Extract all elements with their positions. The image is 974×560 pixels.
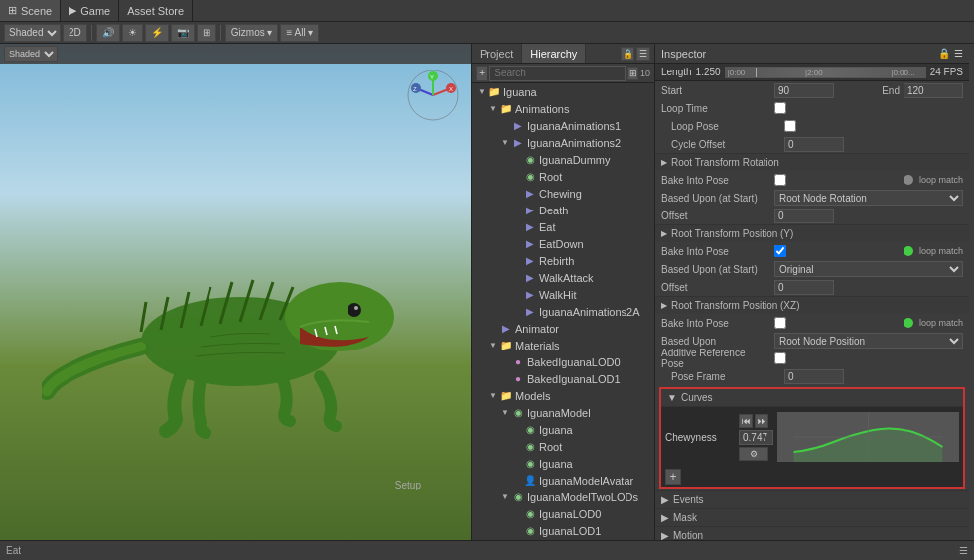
events-section[interactable]: ▶ Events xyxy=(655,490,969,508)
bake-xz-checkbox[interactable] xyxy=(774,317,786,329)
bake-y-label: Bake Into Pose xyxy=(661,246,770,257)
pose-frame-row: Pose Frame xyxy=(655,367,969,385)
curve-value-input[interactable] xyxy=(739,430,773,445)
curve-settings-btn[interactable]: ⚙ xyxy=(739,447,768,461)
all-btn[interactable]: ≡ All ▾ xyxy=(280,24,319,42)
tree-item[interactable]: ●BakedIguanaLOD0 xyxy=(472,353,654,370)
curve-prev-btn[interactable]: ⏮ xyxy=(739,414,753,428)
main-content: Shaded X Z Y xyxy=(0,44,974,540)
curve-graph[interactable] xyxy=(777,412,959,462)
tree-item[interactable]: ▼▶IguanaAnimations2 xyxy=(472,134,654,151)
tree-view[interactable]: ▼📁Iguana▼📁Animations▶IguanaAnimations1▼▶… xyxy=(472,83,654,540)
tree-item[interactable]: ◉IguanaLOD0 xyxy=(472,505,654,522)
tree-item-label: Animations xyxy=(515,103,569,115)
tree-item[interactable]: ◉IguanaDummy xyxy=(472,151,654,168)
hierarchy-lock-btn[interactable]: 🔒 xyxy=(621,47,634,61)
pose-frame-input[interactable] xyxy=(784,369,844,384)
root-pos-y-label: Root Transform Position (Y) xyxy=(671,228,793,239)
tree-item[interactable]: ▶EatDown xyxy=(472,235,654,252)
camera-btn[interactable]: 📷 xyxy=(171,24,195,42)
scene-view[interactable]: Shaded X Z Y xyxy=(0,44,471,540)
hierarchy-menu-btn[interactable]: ☰ xyxy=(636,47,650,61)
tree-item[interactable]: ▼📁Animations xyxy=(472,100,654,117)
tab-hierarchy[interactable]: Hierarchy xyxy=(522,44,586,63)
bake-y-checkbox[interactable] xyxy=(774,245,786,257)
tree-item[interactable]: ◉Iguana xyxy=(472,455,654,472)
tree-item[interactable]: ▶Death xyxy=(472,202,654,218)
tree-arrow xyxy=(511,525,523,537)
tree-item-icon: ▶ xyxy=(523,237,537,251)
tree-item[interactable]: ▼📁Materials xyxy=(472,337,654,353)
offset-rot-row: Offset xyxy=(655,207,969,224)
grid-btn[interactable]: ⊞ xyxy=(197,24,216,42)
tree-item-icon: ◉ xyxy=(523,524,537,538)
fx-btn[interactable]: ⚡ xyxy=(145,24,169,42)
hierarchy-count: 10 xyxy=(640,69,650,78)
toolbar-sep-1 xyxy=(91,25,92,41)
cycle-offset-input[interactable] xyxy=(784,137,844,152)
scene-shading-select[interactable]: Shaded xyxy=(4,46,58,62)
inspector-lock-btn[interactable]: 🔒 xyxy=(938,48,950,59)
loop-time-checkbox[interactable] xyxy=(774,102,786,114)
tree-item[interactable]: ▶Rebirth xyxy=(472,252,654,269)
inspector-menu-btn[interactable]: ☰ xyxy=(954,48,963,59)
audio-btn[interactable]: 🔊 xyxy=(96,24,120,42)
curve-name: Chewyness xyxy=(665,432,735,443)
tree-item[interactable]: ●BakedIguanaLOD1 xyxy=(472,370,654,387)
based-upon-y-select[interactable]: Original xyxy=(774,261,963,277)
shading-select[interactable]: Shaded xyxy=(4,24,61,42)
bake-rot-row: Bake Into Pose loop match xyxy=(655,171,969,189)
offset-y-input[interactable] xyxy=(774,280,834,295)
hierarchy-search-input[interactable] xyxy=(489,66,626,81)
tree-item-icon: 📁 xyxy=(499,102,513,116)
tree-item[interactable]: ◉IguanaLOD1 xyxy=(472,522,654,539)
tree-item[interactable]: ▶IguanaAnimations1 xyxy=(472,117,654,134)
tree-item-icon: ● xyxy=(511,355,525,369)
tree-item[interactable]: ▶IguanaAnimations2A xyxy=(472,303,654,320)
tree-item[interactable]: ▼📁Iguana xyxy=(472,83,654,100)
tree-item[interactable]: ▶WalkHit xyxy=(472,286,654,303)
light-btn[interactable]: ☀ xyxy=(122,24,143,42)
add-btn[interactable]: + xyxy=(476,66,487,81)
based-upon-rot-select[interactable]: Root Node Rotation xyxy=(774,190,963,206)
tree-item[interactable]: ▼◉IguanaModelTwoLODs xyxy=(472,489,654,505)
bottom-bar-menu-btn[interactable]: ☰ xyxy=(959,545,968,556)
tree-item[interactable]: ▶Chewing xyxy=(472,185,654,202)
gizmos-btn[interactable]: Gizmos ▾ xyxy=(225,24,279,42)
tab-asset-store[interactable]: Asset Store xyxy=(119,0,193,21)
tree-item[interactable]: ▶Animator xyxy=(472,320,654,337)
inspector-title: Inspector xyxy=(661,48,934,60)
tree-arrow xyxy=(511,272,523,284)
based-upon-xz-select[interactable]: Root Node Position xyxy=(774,333,963,349)
loop-pose-checkbox[interactable] xyxy=(784,120,796,132)
start-input[interactable] xyxy=(774,83,834,98)
loop-time-row: Loop Time xyxy=(655,99,969,117)
hierarchy-filter-btn[interactable]: ⊞ xyxy=(627,67,638,80)
motion-section[interactable]: ▶ Motion xyxy=(655,526,969,540)
additive-ref-checkbox[interactable] xyxy=(774,352,786,364)
tree-item[interactable]: ▼📁Models xyxy=(472,387,654,404)
tree-item-label: IguanaAnimations1 xyxy=(527,120,621,132)
end-input[interactable] xyxy=(904,83,963,98)
add-curve-btn[interactable]: + xyxy=(665,469,681,485)
curve-next-btn[interactable]: ⏭ xyxy=(755,414,768,428)
tree-item[interactable]: ◉Root xyxy=(472,438,654,455)
timeline-ruler-bar[interactable]: |0:00 |2:00 |0:00... xyxy=(725,67,926,78)
tree-item[interactable]: ◉Iguana xyxy=(472,421,654,438)
tree-item[interactable]: ▶Eat xyxy=(472,218,654,235)
mask-section[interactable]: ▶ Mask xyxy=(655,508,969,526)
tree-item-icon: ▶ xyxy=(523,220,537,234)
tree-item[interactable]: ▶WalkAttack xyxy=(472,269,654,286)
tab-game[interactable]: ▶ Game xyxy=(61,0,119,21)
tab-project[interactable]: Project xyxy=(472,44,522,63)
2d-btn[interactable]: 2D xyxy=(63,24,87,42)
loop-match-y xyxy=(904,246,913,256)
offset-rot-input[interactable] xyxy=(774,209,834,223)
tree-item[interactable]: ▼◉IguanaModel xyxy=(472,404,654,421)
scene-tab-label: Scene xyxy=(21,5,52,17)
bake-rot-checkbox[interactable] xyxy=(774,174,786,186)
tree-item-icon: ● xyxy=(511,372,525,386)
tree-item[interactable]: 👤IguanaModelAvatar xyxy=(472,472,654,489)
tab-scene[interactable]: ⊞ Scene xyxy=(0,0,61,21)
tree-item[interactable]: ◉Root xyxy=(472,168,654,185)
